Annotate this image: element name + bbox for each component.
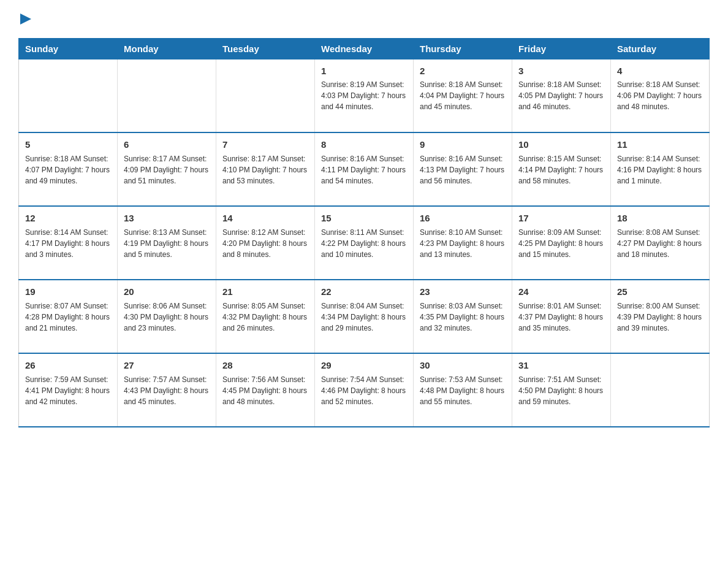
day-info: Sunrise: 8:06 AM Sunset: 4:30 PM Dayligh… [124,301,210,334]
day-info: Sunrise: 8:09 AM Sunset: 4:25 PM Dayligh… [518,227,604,260]
calendar-cell: 19Sunrise: 8:07 AM Sunset: 4:28 PM Dayli… [19,280,118,353]
week-row-2: 5Sunrise: 8:18 AM Sunset: 4:07 PM Daylig… [19,132,710,206]
day-number: 25 [617,285,703,299]
day-info: Sunrise: 8:14 AM Sunset: 4:17 PM Dayligh… [25,227,111,260]
day-number: 19 [25,285,111,299]
calendar-cell: 6Sunrise: 8:17 AM Sunset: 4:09 PM Daylig… [118,132,216,206]
week-row-3: 12Sunrise: 8:14 AM Sunset: 4:17 PM Dayli… [19,206,710,280]
calendar-cell: 7Sunrise: 8:17 AM Sunset: 4:10 PM Daylig… [216,132,315,206]
day-number: 31 [518,359,604,372]
day-number: 26 [25,359,111,372]
day-info: Sunrise: 8:08 AM Sunset: 4:27 PM Dayligh… [617,227,703,260]
day-info: Sunrise: 7:59 AM Sunset: 4:41 PM Dayligh… [25,374,111,407]
calendar-cell: 23Sunrise: 8:03 AM Sunset: 4:35 PM Dayli… [414,280,512,353]
calendar-cell: 12Sunrise: 8:14 AM Sunset: 4:17 PM Dayli… [19,206,118,280]
day-info: Sunrise: 7:56 AM Sunset: 4:45 PM Dayligh… [222,374,308,407]
logo [18,12,31,27]
calendar-cell: 30Sunrise: 7:53 AM Sunset: 4:48 PM Dayli… [414,353,512,427]
day-number: 11 [617,138,703,151]
week-row-1: 1Sunrise: 8:19 AM Sunset: 4:03 PM Daylig… [19,59,710,132]
calendar-header-row: SundayMondayTuesdayWednesdayThursdayFrid… [19,38,710,59]
day-info: Sunrise: 7:53 AM Sunset: 4:48 PM Dayligh… [420,374,506,407]
calendar-cell [611,353,710,427]
day-info: Sunrise: 8:13 AM Sunset: 4:19 PM Dayligh… [124,227,210,260]
day-number: 6 [124,138,210,151]
calendar-cell: 21Sunrise: 8:05 AM Sunset: 4:32 PM Dayli… [216,280,315,353]
day-number: 15 [321,212,407,225]
calendar-cell: 17Sunrise: 8:09 AM Sunset: 4:25 PM Dayli… [512,206,611,280]
day-info: Sunrise: 8:16 AM Sunset: 4:11 PM Dayligh… [321,153,407,186]
col-header-tuesday: Tuesday [216,38,315,59]
day-number: 22 [321,285,407,299]
day-info: Sunrise: 8:03 AM Sunset: 4:35 PM Dayligh… [420,301,506,334]
calendar-table: SundayMondayTuesdayWednesdayThursdayFrid… [18,38,710,428]
day-info: Sunrise: 8:14 AM Sunset: 4:16 PM Dayligh… [617,153,703,186]
day-number: 14 [222,212,308,225]
day-number: 23 [420,285,506,299]
day-number: 12 [25,212,111,225]
day-number: 28 [222,359,308,372]
day-info: Sunrise: 8:15 AM Sunset: 4:14 PM Dayligh… [518,153,604,186]
day-info: Sunrise: 8:17 AM Sunset: 4:09 PM Dayligh… [124,153,210,186]
day-info: Sunrise: 7:57 AM Sunset: 4:43 PM Dayligh… [124,374,210,407]
day-info: Sunrise: 8:18 AM Sunset: 4:07 PM Dayligh… [25,153,111,186]
day-number: 17 [518,212,604,225]
day-number: 3 [518,64,604,78]
day-number: 10 [518,138,604,151]
day-info: Sunrise: 7:54 AM Sunset: 4:46 PM Dayligh… [321,374,407,407]
col-header-monday: Monday [118,38,216,59]
day-info: Sunrise: 8:05 AM Sunset: 4:32 PM Dayligh… [222,301,308,334]
calendar-cell: 22Sunrise: 8:04 AM Sunset: 4:34 PM Dayli… [315,280,414,353]
calendar-cell: 10Sunrise: 8:15 AM Sunset: 4:14 PM Dayli… [512,132,611,206]
calendar-cell: 1Sunrise: 8:19 AM Sunset: 4:03 PM Daylig… [315,59,414,132]
calendar-cell: 25Sunrise: 8:00 AM Sunset: 4:39 PM Dayli… [611,280,710,353]
calendar-cell: 11Sunrise: 8:14 AM Sunset: 4:16 PM Dayli… [611,132,710,206]
calendar-cell [118,59,216,132]
calendar-cell: 13Sunrise: 8:13 AM Sunset: 4:19 PM Dayli… [118,206,216,280]
day-info: Sunrise: 8:18 AM Sunset: 4:06 PM Dayligh… [617,79,703,112]
day-info: Sunrise: 8:00 AM Sunset: 4:39 PM Dayligh… [617,301,703,334]
day-info: Sunrise: 8:17 AM Sunset: 4:10 PM Dayligh… [222,153,308,186]
day-number: 5 [25,138,111,151]
col-header-sunday: Sunday [19,38,118,59]
logo-arrow-icon [20,13,31,25]
calendar-cell: 16Sunrise: 8:10 AM Sunset: 4:23 PM Dayli… [414,206,512,280]
day-number: 21 [222,285,308,299]
day-info: Sunrise: 8:12 AM Sunset: 4:20 PM Dayligh… [222,227,308,260]
day-info: Sunrise: 8:19 AM Sunset: 4:03 PM Dayligh… [321,79,407,112]
calendar-cell: 20Sunrise: 8:06 AM Sunset: 4:30 PM Dayli… [118,280,216,353]
day-info: Sunrise: 8:01 AM Sunset: 4:37 PM Dayligh… [518,301,604,334]
calendar-cell: 5Sunrise: 8:18 AM Sunset: 4:07 PM Daylig… [19,132,118,206]
day-number: 18 [617,212,703,225]
day-number: 29 [321,359,407,372]
day-number: 24 [518,285,604,299]
day-info: Sunrise: 8:04 AM Sunset: 4:34 PM Dayligh… [321,301,407,334]
calendar-cell: 26Sunrise: 7:59 AM Sunset: 4:41 PM Dayli… [19,353,118,427]
day-number: 20 [124,285,210,299]
day-info: Sunrise: 8:11 AM Sunset: 4:22 PM Dayligh… [321,227,407,260]
day-number: 16 [420,212,506,225]
day-number: 8 [321,138,407,151]
col-header-wednesday: Wednesday [315,38,414,59]
calendar-cell: 15Sunrise: 8:11 AM Sunset: 4:22 PM Dayli… [315,206,414,280]
day-number: 1 [321,64,407,78]
calendar-cell: 14Sunrise: 8:12 AM Sunset: 4:20 PM Dayli… [216,206,315,280]
day-info: Sunrise: 8:18 AM Sunset: 4:05 PM Dayligh… [518,79,604,112]
day-info: Sunrise: 8:07 AM Sunset: 4:28 PM Dayligh… [25,301,111,334]
week-row-5: 26Sunrise: 7:59 AM Sunset: 4:41 PM Dayli… [19,353,710,427]
day-number: 27 [124,359,210,372]
calendar-cell [19,59,118,132]
calendar-cell: 27Sunrise: 7:57 AM Sunset: 4:43 PM Dayli… [118,353,216,427]
day-info: Sunrise: 8:18 AM Sunset: 4:04 PM Dayligh… [420,79,506,112]
day-info: Sunrise: 7:51 AM Sunset: 4:50 PM Dayligh… [518,374,604,407]
calendar-cell: 24Sunrise: 8:01 AM Sunset: 4:37 PM Dayli… [512,280,611,353]
svg-marker-0 [20,13,31,25]
calendar-cell: 29Sunrise: 7:54 AM Sunset: 4:46 PM Dayli… [315,353,414,427]
day-number: 2 [420,64,506,78]
calendar-cell: 3Sunrise: 8:18 AM Sunset: 4:05 PM Daylig… [512,59,611,132]
calendar-cell: 18Sunrise: 8:08 AM Sunset: 4:27 PM Dayli… [611,206,710,280]
header [18,12,710,27]
day-number: 30 [420,359,506,372]
week-row-4: 19Sunrise: 8:07 AM Sunset: 4:28 PM Dayli… [19,280,710,353]
calendar-cell: 8Sunrise: 8:16 AM Sunset: 4:11 PM Daylig… [315,132,414,206]
